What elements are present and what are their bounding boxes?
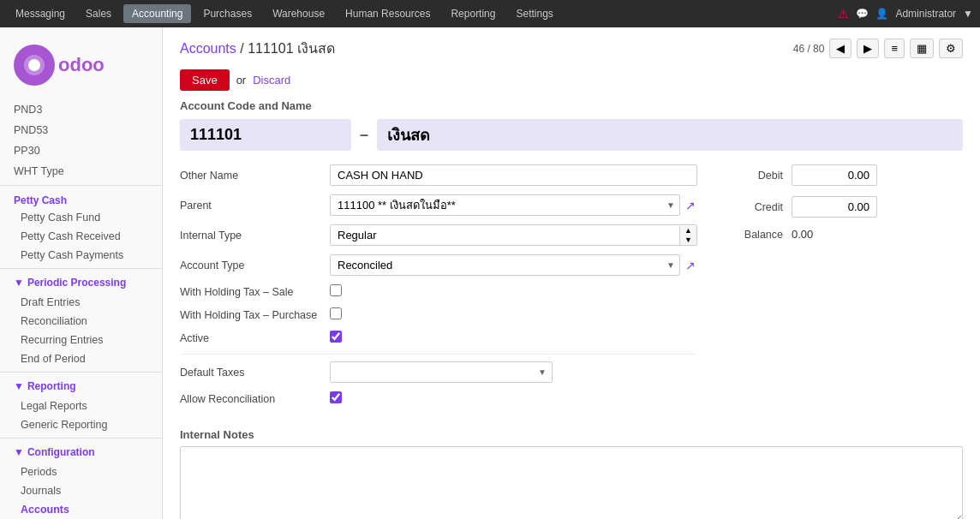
breadcrumb-separator: /	[240, 41, 248, 56]
kanban-view-button[interactable]: ▦	[910, 39, 934, 58]
account-code-input[interactable]	[180, 119, 351, 151]
form-columns: Other Name Parent 111100 ** เ	[180, 164, 963, 415]
nav-settings[interactable]: Settings	[507, 4, 561, 23]
sidebar-item-pnd53[interactable]: PND53	[0, 120, 162, 140]
alert-icon[interactable]: ⚠	[838, 7, 849, 21]
internal-type-down-button[interactable]: ▼	[680, 236, 696, 245]
admin-dropdown-icon[interactable]: ▼	[963, 8, 973, 20]
internal-type-row: Internal Type Regular Receivable Payable…	[180, 224, 697, 246]
odoo-logo-text: odoo	[58, 54, 105, 76]
next-record-button[interactable]: ▶	[857, 39, 879, 58]
settings-view-button[interactable]: ⚙	[939, 39, 963, 58]
sidebar-item-petty-cash-received[interactable]: Petty Cash Received	[0, 227, 162, 246]
nav-messaging[interactable]: Messaging	[7, 4, 74, 23]
allow-reconciliation-checkbox[interactable]	[330, 391, 342, 403]
allow-reconciliation-label: Allow Reconciliation	[180, 393, 330, 405]
withholding-tax-sale-label: With Holding Tax – Sale	[180, 286, 330, 298]
sidebar-item-accounts[interactable]: Accounts	[0, 500, 162, 519]
account-type-select[interactable]: Reconciled Other	[330, 254, 680, 276]
balance-row: Balance 0.00	[723, 228, 963, 241]
svg-point-1	[28, 59, 40, 71]
active-label: Active	[180, 332, 330, 344]
default-taxes-input[interactable]	[331, 362, 533, 382]
parent-row: Parent 111100 ** เงินสดในมือ** ▼ ↗	[180, 194, 697, 216]
chat-icon[interactable]: 💬	[856, 8, 869, 20]
sidebar-item-draft-entries[interactable]: Draft Entries	[0, 293, 162, 312]
admin-label: Administrator	[895, 8, 956, 20]
account-form: Account Code and Name – Other Name	[163, 99, 980, 519]
user-avatar[interactable]: 👤	[875, 8, 888, 20]
credit-label: Credit	[723, 201, 783, 213]
sidebar-item-pnd3[interactable]: PND3	[0, 99, 162, 120]
action-bar: Save or Discard	[163, 64, 980, 99]
debit-row: Debit	[723, 164, 963, 186]
account-type-row: Account Type Reconciled Other ▼	[180, 254, 697, 276]
withholding-tax-purchase-label: With Holding Tax – Purchase	[180, 309, 330, 321]
nav-warehouse[interactable]: Warehouse	[264, 4, 333, 23]
parent-external-link[interactable]: ↗	[684, 197, 697, 214]
top-nav-icons: ⚠ 💬 👤 Administrator ▼	[838, 7, 973, 21]
breadcrumb-parent[interactable]: Accounts	[180, 41, 236, 56]
sidebar-item-journals[interactable]: Journals	[0, 481, 162, 500]
default-taxes-dropdown-button[interactable]: ▼	[533, 364, 552, 380]
content-header: Accounts / 111101 เงินสด 46 / 80 ◀ ▶ ≡ ▦…	[163, 27, 980, 64]
list-view-button[interactable]: ≡	[884, 39, 905, 58]
other-name-label: Other Name	[180, 170, 330, 182]
other-name-input[interactable]	[330, 164, 697, 186]
debit-input[interactable]	[792, 164, 877, 186]
or-label: or	[236, 74, 247, 86]
sidebar-item-petty-cash-payments[interactable]: Petty Cash Payments	[0, 246, 162, 265]
withholding-tax-purchase-checkbox[interactable]	[330, 307, 342, 319]
save-button[interactable]: Save	[180, 69, 230, 91]
sidebar-section-configuration[interactable]: ▼ Configuration	[0, 442, 162, 462]
parent-label: Parent	[180, 200, 330, 212]
sidebar-item-legal-reports[interactable]: Legal Reports	[0, 397, 162, 415]
nav-reporting[interactable]: Reporting	[442, 4, 504, 23]
balance-label: Balance	[723, 229, 783, 241]
nav-human-resources[interactable]: Human Resources	[337, 4, 439, 23]
nav-sales[interactable]: Sales	[77, 4, 120, 23]
balance-value: 0.00	[792, 228, 813, 241]
default-taxes-select-wrapper: ▼	[330, 361, 553, 383]
other-name-row: Other Name	[180, 164, 697, 186]
breadcrumb-current: 111101 เงินสด	[248, 41, 335, 56]
account-name-input[interactable]	[377, 119, 963, 151]
active-checkbox[interactable]	[330, 331, 342, 343]
sidebar-section-periodic-processing[interactable]: ▼ Periodic Processing	[0, 272, 162, 293]
sidebar-item-wht-type[interactable]: WHT Type	[0, 161, 162, 182]
sidebar: odoo PND3 PND53 PP30 WHT Type Petty Cash…	[0, 27, 163, 519]
nav-purchases[interactable]: Purchases	[194, 4, 260, 23]
record-navigation: 46 / 80 ◀ ▶ ≡ ▦ ⚙	[793, 39, 963, 58]
sidebar-item-periods[interactable]: Periods	[0, 462, 162, 481]
internal-type-up-button[interactable]: ▲	[680, 226, 696, 236]
sidebar-item-pp30[interactable]: PP30	[0, 140, 162, 161]
account-type-external-link[interactable]: ↗	[684, 257, 697, 274]
parent-select[interactable]: 111100 ** เงินสดในมือ**	[330, 194, 680, 216]
account-code-row: –	[180, 119, 963, 151]
prev-record-button[interactable]: ◀	[829, 39, 852, 58]
withholding-tax-sale-row: With Holding Tax – Sale	[180, 284, 697, 299]
sidebar-section-reporting[interactable]: ▼ Reporting	[0, 376, 162, 397]
internal-type-select[interactable]: Regular Receivable Payable Liquidity Oth…	[331, 225, 679, 245]
default-taxes-label: Default Taxes	[180, 367, 330, 379]
nav-accounting[interactable]: Accounting	[123, 4, 191, 23]
sidebar-item-generic-reporting[interactable]: Generic Reporting	[0, 415, 162, 434]
sidebar-section-label-reporting: Reporting	[27, 380, 76, 392]
chevron-down-icon: ▼	[14, 277, 24, 289]
internal-notes-section: Internal Notes	[180, 428, 963, 519]
main-content: Accounts / 111101 เงินสด 46 / 80 ◀ ▶ ≡ ▦…	[163, 27, 980, 519]
chevron-down-icon-reporting: ▼	[14, 380, 24, 392]
credit-input[interactable]	[792, 196, 877, 218]
withholding-tax-purchase-row: With Holding Tax – Purchase	[180, 307, 697, 322]
withholding-tax-sale-checkbox[interactable]	[330, 284, 342, 296]
sidebar-section-label-periodic: Periodic Processing	[27, 277, 126, 289]
internal-notes-label: Internal Notes	[180, 428, 963, 441]
sidebar-item-petty-cash-fund[interactable]: Petty Cash Fund	[0, 208, 162, 227]
debit-label: Debit	[723, 170, 783, 182]
record-counter: 46 / 80	[793, 43, 825, 55]
sidebar-item-reconciliation[interactable]: Reconciliation	[0, 312, 162, 331]
discard-button[interactable]: Discard	[253, 74, 290, 86]
sidebar-item-end-of-period[interactable]: End of Period	[0, 349, 162, 368]
internal-notes-textarea[interactable]	[180, 446, 963, 519]
sidebar-item-recurring-entries[interactable]: Recurring Entries	[0, 331, 162, 349]
